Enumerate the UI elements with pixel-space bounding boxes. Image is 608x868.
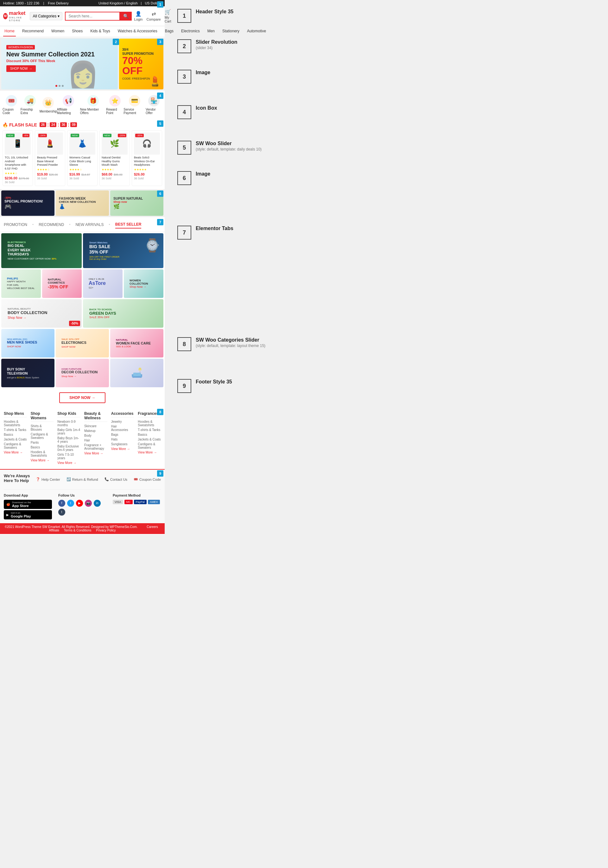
accessories-link-1[interactable]: Jewelry	[111, 420, 134, 423]
app-store-button[interactable]: 🍎 Download on the App Store	[4, 500, 52, 509]
nav-recommend[interactable]: Recommend	[21, 26, 45, 36]
tab-best-seller[interactable]: BEST SELLER	[115, 221, 142, 228]
nav-women[interactable]: Women	[50, 26, 65, 36]
promo-banner-2[interactable]: FASHION WEEK CHECK NEW COLLECTION 👗	[56, 191, 109, 216]
promo-banner[interactable]: 30/4 SUPER PROMOTION 70% OFF CODE: FREES…	[119, 39, 163, 89]
flash-product-3[interactable]: 👗 NEW Womens Casual Color Block Long Sle…	[67, 130, 97, 186]
promo-banner-1[interactable]: -30% SPECIAL PROMOTION! 🎮	[1, 191, 54, 216]
dot-2[interactable]	[59, 85, 60, 87]
nav-kids[interactable]: Kids & Toys	[89, 26, 111, 36]
mens-link-3[interactable]: Basics	[4, 433, 27, 436]
accessories-link-3[interactable]: Bags	[111, 433, 134, 436]
compare-action[interactable]: ⇄ Compare	[146, 11, 161, 21]
category-select[interactable]: All Categories ▾	[30, 12, 62, 20]
fragrances-link-2[interactable]: T-shirts & Tanks	[138, 428, 161, 432]
nav-electronics[interactable]: Electronics	[180, 26, 201, 36]
mens-link-2[interactable]: T-shirts & Tanks	[4, 428, 27, 432]
search-button[interactable]: 🔍	[120, 12, 132, 20]
accessories-link-4[interactable]: Hats	[111, 438, 134, 441]
womens-view-more[interactable]: View More →	[31, 459, 54, 462]
footer-careers[interactable]: Careers	[147, 525, 158, 529]
kids-link-2[interactable]: Baby Girls 1m-4 years	[57, 428, 80, 435]
womens-link-4[interactable]: Basics	[31, 446, 54, 449]
flash-product-4[interactable]: 🌿 NEW -20% Natural Dentist Healthy Gums …	[99, 130, 130, 186]
dot-1[interactable]	[56, 85, 57, 87]
womens-link-3[interactable]: Pants	[31, 441, 54, 444]
fragrances-view-more[interactable]: View More →	[138, 451, 161, 454]
womens-link-5[interactable]: Hoodies & Sweatshirts	[31, 450, 54, 457]
twitter-icon[interactable]: t	[67, 500, 74, 507]
flash-product-5[interactable]: 🎧 -35% Beats Solo3 Wireless On-Ear Headp…	[132, 130, 162, 186]
footer-terms[interactable]: Terms & Conditions	[64, 529, 91, 532]
nav-watches[interactable]: Watches & Accessories	[116, 26, 159, 36]
footer-affiliate[interactable]: Affiliate	[49, 529, 59, 532]
shop-now-button[interactable]: SHOP NOW →	[6, 65, 36, 72]
grid-banner-philips[interactable]: PHILIPS HAPPY MONTHFOR GIRLWELCOME BEST …	[1, 270, 41, 298]
icon-box-membership[interactable]: 👑 Membership	[40, 97, 57, 113]
grid-banner-electronics[interactable]: ELECTRONICS BIG DEALEVERY WEEKTHURSDAYS …	[1, 233, 82, 268]
beauty-link-1[interactable]: Skincare	[84, 424, 107, 428]
fragrances-link-5[interactable]: Cardigans & Sweaters	[138, 442, 161, 450]
kids-link-5[interactable]: Girls 7.5-10 years	[57, 453, 80, 460]
grid-banner-face[interactable]: NATURAL WOMEN FACE CARE SEE & LOOK	[110, 329, 163, 358]
womens-link-1[interactable]: Shirts & Blouses	[31, 424, 54, 431]
footer-privacy[interactable]: Privacy Policy	[96, 529, 116, 532]
womens-link-2[interactable]: Cardigans & Sweaters	[31, 432, 54, 440]
tab-promotion[interactable]: PROMOTION	[4, 221, 27, 228]
nav-automotive[interactable]: Automotive	[246, 26, 267, 36]
nav-home[interactable]: Home	[3, 26, 16, 36]
nav-bags[interactable]: Bags	[164, 26, 175, 36]
dot-3[interactable]	[62, 85, 63, 87]
linkedin-icon[interactable]: in	[94, 500, 101, 507]
tumblr-icon[interactable]: t	[58, 508, 65, 516]
accessories-link-5[interactable]: Sunglasses	[111, 442, 134, 446]
grid-banner-watches[interactable]: Smart Watches BIG SALE35% OFF 30% OFF TH…	[83, 233, 163, 268]
kids-link-1[interactable]: Newborn 0-9 months	[57, 420, 80, 427]
logo[interactable]: M market ONLINE STORE	[3, 11, 27, 22]
grid-banner-shoes[interactable]: NEW ARRIVAL 2021 MEN NIKE SHOES SHOP NOW	[1, 329, 54, 358]
youtube-icon[interactable]: ▶	[76, 500, 83, 507]
mens-link-5[interactable]: Cardigans & Sweaters	[4, 442, 27, 450]
nav-shoes[interactable]: Shoes	[71, 26, 84, 36]
tab-recommend[interactable]: RECOMMEND	[39, 221, 64, 228]
icon-box-new-member[interactable]: 🎁 New Member Offers	[80, 95, 106, 115]
beauty-link-5[interactable]: Fragrance + Aromatherapy	[84, 443, 107, 450]
nav-stationery[interactable]: Stationery	[221, 26, 241, 36]
grid-banner-store[interactable]: ONLY 1 IN 24 AsTore 50+	[83, 270, 122, 298]
beauty-link-4[interactable]: Hair	[84, 439, 107, 442]
flash-product-2[interactable]: 💄 -24% Beauty Pressed Base Mineral Press…	[35, 130, 65, 186]
grid-banner-women[interactable]: WOMENCOLLECTION Shop Now →	[124, 270, 163, 298]
grid-banner-sony[interactable]: BUY SONYTELEVISION and get a BONUS Music…	[1, 359, 54, 387]
search-input[interactable]	[65, 12, 120, 20]
mens-link-1[interactable]: Hoodies & Sweatshirts	[4, 420, 27, 427]
contact-us-link[interactable]: 📞 Contact Us	[105, 473, 127, 485]
main-slider[interactable]: WOMEN FASHION New Summer Collection 2021…	[1, 39, 118, 89]
icon-box-freeship[interactable]: 🚚 Freeship Extra	[20, 95, 40, 115]
beauty-link-3[interactable]: Body	[84, 434, 107, 437]
grid-banner-green[interactable]: BACK TO SCHOOL GREEN DAYS SALE 35% OFF	[83, 299, 163, 328]
beauty-view-more[interactable]: View More →	[84, 452, 107, 455]
google-play-button[interactable]: ▶ Get it on Google Play	[4, 510, 52, 519]
kids-link-3[interactable]: Baby Boys 1m-4 years	[57, 436, 80, 443]
mens-link-4[interactable]: Jackets & Coats	[4, 438, 27, 441]
login-action[interactable]: 👤 Login	[134, 11, 143, 21]
nav-men[interactable]: Men	[206, 26, 216, 36]
instagram-icon[interactable]: 📷	[85, 500, 92, 507]
grid-banner-body[interactable]: NATURAL BEAUTY BODY COLLECTION Shop Now …	[1, 299, 82, 328]
grid-banner-cosmetics[interactable]: NATURALCOSMETICS -35% OFF	[42, 270, 82, 298]
grid-banner-decor[interactable]: HOME FURNITURE DECOR COLLECTION Shop Now…	[56, 359, 109, 387]
fragrances-link-3[interactable]: Basics	[138, 433, 161, 436]
icon-box-coupon[interactable]: 🎟️ Coupon Code	[3, 95, 20, 115]
beauty-link-2[interactable]: Makeup	[84, 429, 107, 432]
tab-new-arrivals[interactable]: NEW ARRIVALS	[75, 221, 104, 228]
icon-box-reward[interactable]: ⭐ Reward Point	[106, 95, 124, 115]
grid-banner-furniture-img[interactable]: 🛋️	[110, 359, 163, 387]
cart-action[interactable]: 🛒 My Cart	[165, 9, 171, 23]
kids-link-4[interactable]: Baby Exclusive 0m-4 years	[57, 445, 80, 452]
grid-banner-elec-sale[interactable]: SALE 32% OFF ELECTRONICS SHOP NOW	[56, 329, 109, 358]
icon-box-affiliate[interactable]: 📢 Affiliate Marketing	[57, 95, 80, 115]
return-refund-link[interactable]: ↩️ Return & Refund	[67, 473, 98, 485]
accessories-link-2[interactable]: Hair Accessories	[111, 425, 134, 432]
facebook-icon[interactable]: f	[58, 500, 65, 507]
icon-box-payment[interactable]: 💳 Service Payment	[124, 95, 145, 115]
